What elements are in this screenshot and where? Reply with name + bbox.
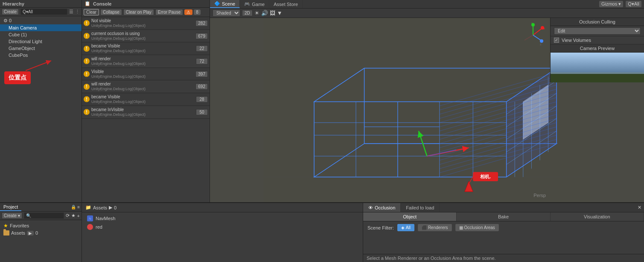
effects-toggle-icon[interactable]: 🖼: [270, 10, 275, 16]
asset-red-label: red: [96, 224, 102, 230]
occ-close-icon[interactable]: ✕: [638, 205, 641, 210]
favorites-label: Favorites: [10, 223, 29, 228]
project-search-input[interactable]: [24, 212, 64, 219]
console-error-pause-button[interactable]: Error Pause: [155, 9, 183, 15]
occ-panel-tabs: Object Bake Visualization: [363, 212, 644, 221]
occ-tab-bake[interactable]: Bake: [457, 212, 550, 221]
hierarchy-item-gameobject[interactable]: GameObject: [0, 45, 82, 52]
console-msg-main: became Visible: [91, 94, 194, 100]
scene-tab-label: Scene: [222, 1, 235, 6]
project-assets[interactable]: Assets ▶ 0: [3, 230, 78, 236]
asset-navmesh[interactable]: N NavMesh: [85, 214, 359, 223]
console-row[interactable]: ! became InVisible UnityEngine.Debug:Log…: [82, 106, 210, 119]
console-warn-icon: !: [84, 96, 90, 102]
project-refresh-icon[interactable]: ⟳: [66, 213, 70, 218]
oc-view-volumes-checkbox[interactable]: ✓: [554, 38, 559, 43]
layers-button[interactable]: Q▾All: [626, 1, 641, 7]
svg-line-60: [533, 29, 542, 35]
callout-area: 位置点: [4, 67, 82, 84]
oc-view-volumes-row: ✓ View Volumes: [551, 36, 644, 44]
assets-panel: 📁 Assets ▶ 0 N NavMesh red: [82, 203, 363, 262]
tab-scene[interactable]: 🔷 Scene: [210, 0, 240, 8]
console-msg-sub: UnityEngine.Debug:Log(Object): [91, 112, 194, 118]
console-row[interactable]: ! became Visible UnityEngine.Debug:Log(O…: [82, 42, 210, 55]
filter-renderers-label: Renderers: [428, 225, 448, 230]
console-msg-main: will render: [91, 56, 194, 62]
console-msg-main: became InVisible: [91, 107, 194, 112]
console-collapse-button[interactable]: Collapse: [100, 9, 122, 15]
gizmos-button[interactable]: Gizmos ▾: [599, 1, 623, 7]
console-badge: ⚠: [184, 9, 192, 15]
occ-tab-object[interactable]: Object: [363, 212, 457, 221]
oc-edit-select[interactable]: Edit: [554, 27, 641, 35]
svg-line-66: [533, 35, 541, 40]
hierarchy-search-input[interactable]: [20, 9, 67, 15]
tab-occlusion[interactable]: 👁 Occlusion: [363, 203, 401, 212]
console-msg-main: currrent occluson is using: [91, 31, 194, 36]
project-add-icon: +: [77, 213, 80, 218]
tab-asset-store[interactable]: Asset Store: [269, 0, 303, 8]
occ-tab-visualization[interactable]: Visualization: [551, 212, 644, 221]
console-msg-sub: UnityEngine.Debug:Log(Object): [91, 62, 194, 67]
2d-button[interactable]: 2D: [242, 10, 253, 16]
project-favorites[interactable]: ★ Favorites: [3, 222, 78, 230]
svg-line-69: [525, 35, 533, 40]
scene-tabs: 🔷 Scene 🎮 Game Asset Store Gizmos ▾ Q▾Al…: [210, 0, 644, 9]
console-clear-button[interactable]: Clear: [84, 9, 99, 15]
tab-game[interactable]: 🎮 Game: [240, 0, 269, 8]
console-row[interactable]: ! Not visible UnityEngine.Debug:Log(Obje…: [82, 17, 210, 30]
audio-toggle-icon[interactable]: 🔊: [261, 10, 268, 16]
hierarchy-item-cube[interactable]: Cube (1): [0, 31, 82, 38]
project-create-button[interactable]: Create ▾: [2, 212, 22, 219]
asset-red[interactable]: red: [85, 223, 359, 231]
filter-occlusion-areas-button[interactable]: ▦ Occlusion Areas: [455, 224, 499, 231]
bottom-section: Project 🔒 ≡ Create ▾ ⟳ ★ + ★ Favorites: [0, 202, 644, 262]
svg-line-0: [26, 61, 51, 71]
console-count: 397: [195, 71, 208, 77]
console-msg: became Visible UnityEngine.Debug:Log(Obj…: [91, 43, 194, 54]
console-row[interactable]: ! currrent occluson is using UnityEngine…: [82, 30, 210, 43]
console-row[interactable]: ! Visible UnityEngine.Debug:Log(Object) …: [82, 68, 210, 81]
console-msg: became Visible UnityEngine.Debug:Log(Obj…: [91, 94, 194, 105]
hierarchy-item-main-camera[interactable]: Main Camera: [0, 24, 82, 31]
filter-occlusion-areas-icon: ▦: [459, 225, 463, 230]
filter-all-button[interactable]: ◈ All: [397, 224, 414, 231]
oc-edit-row: Edit: [551, 26, 644, 36]
console-msg: currrent occluson is using UnityEngine.D…: [91, 31, 194, 41]
options-icon: ≡: [77, 205, 80, 209]
axis-gizmo-svg: x y z: [520, 22, 546, 48]
console-clear-on-play-button[interactable]: Clear on Play: [123, 9, 154, 15]
tab-project[interactable]: Project: [0, 203, 21, 211]
persp-label: Persp: [533, 193, 546, 198]
filter-all-label: All: [406, 225, 411, 230]
occlusion-bottom-panel: 👁 Occlusion Failed to load ✕ Object Bake…: [363, 203, 644, 262]
tab-failed-to-load[interactable]: Failed to load: [401, 203, 440, 212]
console-msg: will render UnityEngine.Debug:Log(Object…: [91, 81, 194, 92]
hierarchy-create-button[interactable]: Create: [2, 9, 19, 15]
console-row[interactable]: ! became Visible UnityEngine.Debug:Log(O…: [82, 93, 210, 106]
console-count: 72: [196, 58, 208, 65]
filter-renderers-button[interactable]: ⬛ Renderers: [418, 224, 452, 231]
light-toggle-icon[interactable]: ☀: [254, 10, 259, 16]
scene-3d-view[interactable]: 相机. Persp x y: [210, 18, 644, 202]
red-asset-icon: [87, 224, 93, 230]
console-msg: became InVisible UnityEngine.Debug:Log(O…: [91, 107, 194, 118]
console-msg-sub: UnityEngine.Debug:Log(Object): [91, 24, 194, 29]
console-count: 679: [195, 33, 208, 39]
console-msg-sub: UnityEngine.Debug:Log(Object): [91, 100, 194, 105]
project-content: ★ Favorites Assets ▶ 0: [0, 220, 82, 262]
console-warn-icon: !: [84, 109, 90, 115]
hierarchy-item-cubepos[interactable]: CubePos: [0, 52, 82, 59]
filter-renderers-icon: ⬛: [422, 225, 427, 230]
console-row[interactable]: ! will render UnityEngine.Debug:Log(Obje…: [82, 80, 210, 93]
hierarchy-item-directional-light[interactable]: Directional Light: [0, 38, 82, 45]
shaded-select[interactable]: Shaded: [213, 9, 240, 17]
hierarchy-item[interactable]: ⚙ 0: [0, 17, 82, 24]
occlusion-tab-label: Occlusion: [375, 205, 395, 210]
console-row[interactable]: ! will render UnityEngine.Debug:Log(Obje…: [82, 55, 210, 68]
console-msg-sub: UnityEngine.Debug:Log(Object): [91, 74, 194, 79]
console-msg-main: Visible: [91, 69, 194, 74]
hidden-toggle-icon[interactable]: ▼: [277, 10, 283, 16]
scene-filter-row: Scene Filter: ◈ All ⬛ Renderers ▦ Occlus…: [367, 224, 640, 231]
callout-arrow-svg: [26, 59, 60, 71]
